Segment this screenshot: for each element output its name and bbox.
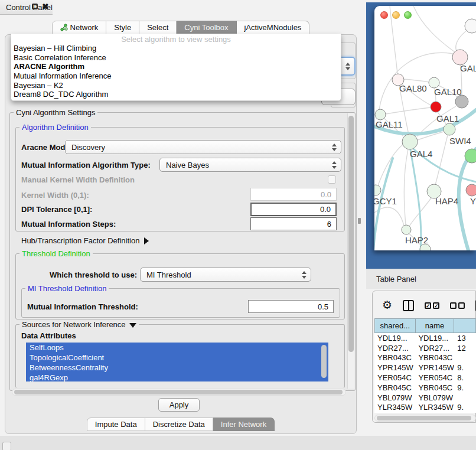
settings-vscrollbar-thumb[interactable] [348, 116, 354, 352]
tab-select[interactable]: Select [139, 21, 177, 34]
attribute-item[interactable]: SelfLoops [26, 343, 328, 353]
close-icon[interactable]: ✖ [42, 2, 49, 11]
table-cell: YBR045C [374, 383, 415, 392]
table-hscrollbar-thumb[interactable] [377, 416, 471, 420]
close-window-icon[interactable] [380, 11, 388, 19]
network-node-y[interactable] [466, 184, 476, 196]
table-row[interactable]: YBR043CYBR043C [374, 353, 476, 363]
tab-network[interactable]: Network [52, 21, 107, 34]
table-row[interactable]: YLR345WYLR345W9. [374, 403, 476, 413]
network-node-gal1[interactable] [444, 123, 455, 135]
tab-style[interactable]: Style [106, 21, 139, 34]
splitter-handle[interactable] [358, 218, 361, 224]
table-cell: YLR345W [415, 403, 454, 412]
apply-button[interactable]: Apply [158, 398, 200, 412]
table-row[interactable]: YBR045CYBR045C9. [374, 383, 476, 393]
node-label-hap4: HAP4 [435, 196, 458, 206]
mi-threshold-definition-title: MI Threshold Definition [25, 284, 109, 293]
algorithm-option[interactable]: Bayesian – Hill Climbing [11, 44, 341, 53]
attribute-item[interactable]: BetweennessCentrality [26, 363, 328, 373]
tab-label: jActiveMNodules [244, 21, 302, 34]
network-node-gcy1[interactable] [374, 185, 381, 195]
settings-hscrollbar[interactable] [12, 389, 346, 396]
network-node[interactable] [431, 102, 441, 112]
bottom-tab-infer-network[interactable]: Infer Network [213, 418, 275, 431]
aracne-mode-combobox[interactable]: Discovery [65, 140, 341, 154]
table-cell: YDR27... [374, 344, 415, 353]
expand-right-icon [144, 237, 149, 244]
algorithm-option[interactable]: Bayesian – K2 [11, 81, 341, 90]
network-tab-icon [60, 24, 68, 31]
network-node-swi4[interactable] [465, 149, 476, 163]
minimize-window-icon[interactable] [392, 11, 400, 19]
algorithm-option[interactable]: Basic Correlation Inference [11, 53, 341, 63]
collapse-down-icon [129, 323, 136, 328]
data-attributes-list[interactable]: SelfLoopsTopologicalCoefficientBetweenne… [26, 343, 328, 381]
table-cell: YER054C [415, 373, 454, 382]
table-row[interactable]: YIL052CYIL052C9 [374, 412, 476, 413]
attribute-item[interactable]: TopologicalCoefficient [26, 353, 328, 363]
algorithm-option[interactable]: ARACNE Algorithm [11, 62, 341, 71]
network-node[interactable] [455, 95, 468, 108]
zoom-window-icon[interactable] [404, 11, 412, 19]
cyni-settings-title: Cyni Algorithm Settings [14, 108, 97, 117]
node-label-gal80: GAL80 [399, 83, 427, 93]
columns-icon[interactable] [403, 300, 414, 311]
attribute-item[interactable]: gal4RGexp [26, 373, 328, 381]
table-column-header[interactable]: name [416, 318, 455, 333]
table-column-header[interactable] [454, 318, 476, 333]
bottom-tab-impute-data[interactable]: Impute Data [87, 418, 145, 431]
network-node[interactable] [465, 19, 476, 33]
collapse-panel-button[interactable] [2, 442, 11, 450]
gear-icon[interactable]: ⚙ [382, 299, 392, 311]
node-label-gcy1: GCY1 [374, 196, 397, 206]
table-row[interactable]: YBL079WYBL079W [374, 393, 476, 403]
mi-threshold-value: 0.5 [318, 302, 328, 311]
bottom-tab-discretize-data[interactable]: Discretize Data [145, 418, 213, 431]
kernel-width-value: 0.0 [321, 190, 331, 199]
node-label-gal4: GAL4 [410, 149, 432, 159]
algorithm-dropdown-popup: Select algorithm to view settings Bayesi… [11, 34, 341, 101]
which-threshold-combobox[interactable]: MI Threshold [140, 268, 311, 282]
network-node-hap2[interactable] [402, 225, 411, 234]
table-hscrollbar[interactable] [374, 415, 476, 422]
sources-title: Sources for Network Inference [22, 320, 126, 329]
table-cell: YER054C [374, 373, 415, 382]
table-column-header[interactable]: shared... [374, 318, 416, 333]
manual-kernel-width-checkbox[interactable] [328, 175, 336, 184]
kernel-width-field[interactable]: 0.0 [250, 188, 337, 201]
table-row[interactable]: YPR145WYPR145W9. [374, 363, 476, 373]
network-node-gal4[interactable] [402, 134, 418, 149]
hub-definition-expander[interactable]: Hub/Transcription Factor Definition [21, 236, 149, 246]
deselect-all-icon[interactable] [450, 302, 465, 309]
network-node-gal11[interactable] [375, 109, 386, 120]
algorithm-option-list: Bayesian – Hill ClimbingBasic Correlatio… [11, 44, 341, 99]
table-row[interactable]: YER054CYER054C8. [374, 373, 476, 383]
network-canvas[interactable]: GALGAL80GAL10GAL11GAL1SWI4GAL4GCY1HAP4YH… [374, 6, 476, 250]
algorithm-definition-title: Algorithm Definition [19, 123, 91, 132]
sources-collapser[interactable]: Sources for Network Inference [19, 320, 139, 329]
attributes-scrollbar-thumb[interactable] [321, 345, 327, 378]
network-edges-teal [374, 110, 476, 250]
table-cell: YDL19... [374, 334, 415, 343]
settings-hscrollbar-thumb[interactable] [14, 390, 343, 394]
select-all-icon[interactable]: ✓✓ [425, 302, 439, 309]
dpi-tolerance-field[interactable]: 0.0 [250, 203, 337, 216]
mi-steps-field[interactable]: 6 [250, 217, 337, 230]
algorithm-option[interactable]: Mutual Information Inference [11, 71, 341, 81]
table-toolbar: ⚙ ✓✓ [375, 296, 476, 315]
mi-algorithm-type-combobox[interactable]: Naive Bayes [159, 158, 341, 172]
node-label-swi4: SWI4 [449, 136, 471, 146]
tab-jactivemnodules[interactable]: jActiveMNodules [237, 21, 310, 34]
float-window-icon[interactable] [32, 4, 38, 9]
settings-vscrollbar[interactable] [347, 113, 354, 389]
mi-algorithm-type-label: Mutual Information Algorithm Type: [21, 160, 151, 171]
hub-definition-label: Hub/Transcription Factor Definition [21, 236, 139, 245]
tab-cyni-toolbox[interactable]: Cyni Toolbox [177, 21, 236, 34]
combo-stepper-icon [331, 141, 337, 154]
mi-threshold-field[interactable]: 0.5 [248, 300, 334, 313]
table-row[interactable]: YDL19...YDL19...13 [374, 333, 476, 343]
table-row[interactable]: YDR27...YDR27...12 [374, 343, 476, 353]
tab-label: Infer Network [221, 418, 266, 431]
algorithm-option[interactable]: Dream8 DC_TDC Algorithm [11, 90, 341, 99]
